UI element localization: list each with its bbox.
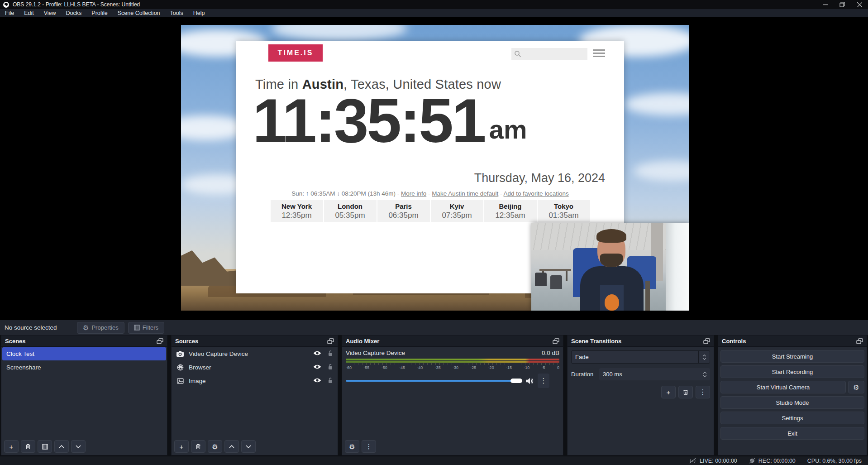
menu-edit[interactable]: Edit xyxy=(19,9,39,17)
trash-icon xyxy=(196,444,201,450)
menu-profile[interactable]: Profile xyxy=(86,9,112,17)
scenes-panel: Scenes Clock Test Screenshare + xyxy=(1,335,167,455)
add-source-button[interactable]: + xyxy=(174,440,189,453)
globe-icon xyxy=(176,364,184,371)
filters-icon xyxy=(134,325,140,331)
scene-transitions-panel: Scene Transitions Fade Duration 300 ms xyxy=(567,335,714,455)
source-label: Browser xyxy=(189,364,211,371)
camera-icon xyxy=(176,351,184,357)
lock-icon[interactable] xyxy=(328,350,333,358)
start-streaming-button[interactable]: Start Streaming xyxy=(720,350,864,363)
trash-icon xyxy=(25,444,31,450)
filters-button[interactable]: Filters xyxy=(128,322,164,334)
city-box: London05:35pm xyxy=(324,200,377,222)
menu-scene-collection[interactable]: Scene Collection xyxy=(113,9,165,17)
mixer-level-db: 0.0 dB xyxy=(542,350,559,356)
remove-transition-button[interactable] xyxy=(678,386,693,398)
source-toolbar: No source selected ⚙ Properties Filters xyxy=(0,320,868,335)
sources-panel-title: Sources xyxy=(175,338,198,345)
city-box: Kyiv07:35pm xyxy=(431,200,483,222)
visibility-eye-icon[interactable] xyxy=(313,364,321,371)
menu-file[interactable]: File xyxy=(0,9,19,17)
speaker-icon[interactable] xyxy=(526,378,534,384)
lock-icon[interactable] xyxy=(328,377,333,385)
source-up-button[interactable] xyxy=(224,440,239,453)
select-arrows-icon[interactable] xyxy=(698,351,710,363)
record-inactive-icon xyxy=(749,458,755,464)
add-scene-button[interactable]: + xyxy=(4,440,19,453)
volume-slider-handle[interactable] xyxy=(510,379,522,383)
restore-button[interactable] xyxy=(834,0,851,9)
lock-icon[interactable] xyxy=(328,364,333,371)
mixer-options-button[interactable]: ⋮ xyxy=(538,374,549,388)
timeis-date: Thursday, May 16, 2024 xyxy=(474,171,605,185)
chevron-down-icon xyxy=(76,445,81,448)
live-status: LIVE: 00:00:00 xyxy=(689,458,737,464)
transition-select[interactable]: Fade xyxy=(571,350,710,364)
close-button[interactable] xyxy=(851,0,868,9)
title-bar: OBS 29.1.2 - Profile: LLHLS BETA - Scene… xyxy=(0,0,868,9)
city-box: Paris06:35pm xyxy=(377,200,430,222)
properties-button[interactable]: ⚙ Properties xyxy=(77,322,124,334)
start-recording-button[interactable]: Start Recording xyxy=(720,365,864,378)
gear-icon: ⚙ xyxy=(212,443,218,450)
studio-mode-button[interactable]: Studio Mode xyxy=(720,396,864,409)
audio-meter xyxy=(346,359,559,360)
scene-item-screenshare[interactable]: Screenshare xyxy=(2,361,166,374)
stream-inactive-icon xyxy=(689,458,696,464)
remove-source-button[interactable] xyxy=(191,440,205,453)
scene-down-button[interactable] xyxy=(71,440,86,453)
menu-help[interactable]: Help xyxy=(188,9,210,17)
source-row-image[interactable]: Image xyxy=(172,374,338,388)
spinbox-arrows-icon[interactable] xyxy=(699,368,710,380)
visibility-eye-icon[interactable] xyxy=(313,350,321,357)
popout-icon[interactable] xyxy=(157,338,163,344)
scene-item-clock-test[interactable]: Clock Test xyxy=(2,347,166,360)
chevron-up-icon xyxy=(59,445,64,448)
source-row-browser[interactable]: Browser xyxy=(172,360,338,374)
exit-button[interactable]: Exit xyxy=(720,427,864,440)
minimize-button[interactable] xyxy=(816,0,834,9)
rec-timer: REC: 00:00:00 xyxy=(758,458,796,464)
cloud-shape xyxy=(634,161,689,181)
popout-icon[interactable] xyxy=(553,338,559,344)
preview-area: TIME.IS Time in Austin, Texas, United St… xyxy=(0,17,868,320)
cloud-shape xyxy=(272,25,407,41)
visibility-eye-icon[interactable] xyxy=(313,378,321,384)
advanced-audio-button[interactable]: ⚙ xyxy=(345,440,359,453)
timeis-search-box xyxy=(511,48,587,60)
mixer-menu-button[interactable]: ⋮ xyxy=(362,440,376,453)
chevron-down-icon xyxy=(246,445,251,448)
start-virtual-camera-button[interactable]: Start Virtual Camera xyxy=(720,381,846,393)
timeis-logo: TIME.IS xyxy=(268,44,323,62)
audio-meter xyxy=(346,361,559,363)
city-box: Beijing12:35am xyxy=(484,200,537,222)
source-label: Image xyxy=(189,378,206,384)
clock-ampm: am xyxy=(489,114,527,144)
menu-docks[interactable]: Docks xyxy=(61,9,87,17)
menu-view[interactable]: View xyxy=(39,9,61,17)
transition-properties-button[interactable]: ⋮ xyxy=(696,386,710,398)
scene-transitions-title: Scene Transitions xyxy=(571,338,621,345)
popout-icon[interactable] xyxy=(703,338,710,344)
hamburger-menu-icon xyxy=(593,49,605,59)
source-properties-button[interactable]: ⚙ xyxy=(208,440,222,453)
scene-up-button[interactable] xyxy=(54,440,69,453)
duration-spinbox[interactable]: 300 ms xyxy=(599,368,710,380)
virtual-camera-config-button[interactable]: ⚙ xyxy=(848,381,864,393)
popout-icon[interactable] xyxy=(327,338,334,344)
source-row-video-capture[interactable]: Video Capture Device xyxy=(172,347,338,360)
make-default-link: Make Austin time default xyxy=(432,190,498,197)
program-canvas[interactable]: TIME.IS Time in Austin, Texas, United St… xyxy=(181,25,689,311)
menu-tools[interactable]: Tools xyxy=(165,9,188,17)
popout-icon[interactable] xyxy=(856,338,863,344)
dock-area: Scenes Clock Test Screenshare + xyxy=(0,335,868,456)
source-down-button[interactable] xyxy=(241,440,256,453)
mountain-shape xyxy=(181,250,242,286)
volume-slider[interactable] xyxy=(346,380,522,382)
settings-button[interactable]: Settings xyxy=(720,412,864,424)
scene-filters-button[interactable] xyxy=(38,440,52,453)
add-transition-button[interactable]: + xyxy=(661,386,676,398)
remove-scene-button[interactable] xyxy=(21,440,35,453)
cpu-status: CPU: 0.6%, 30.00 fps xyxy=(807,458,862,464)
